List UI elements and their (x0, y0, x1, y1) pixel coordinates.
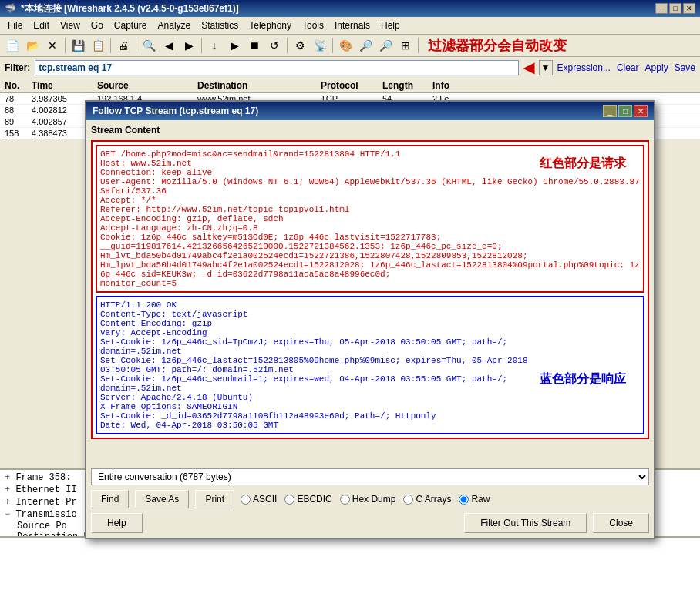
raw-radio[interactable] (459, 495, 469, 505)
filter-label: Filter: (5, 62, 30, 73)
help-button[interactable]: Help (91, 513, 143, 533)
dialog-minimize-button[interactable]: _ (603, 105, 617, 117)
col-header-info: Info (432, 80, 695, 91)
conversation-select[interactable]: Entire conversation (6787 bytes) (91, 468, 649, 485)
app-icon: 🦈 (5, 3, 16, 14)
raw-option[interactable]: Raw (459, 494, 490, 505)
dialog-close-title-button[interactable]: ✕ (634, 105, 648, 117)
col-header-source: Source (97, 80, 197, 91)
ebcdic-radio[interactable] (284, 495, 294, 505)
ebcdic-option[interactable]: EBCDIC (284, 494, 331, 505)
hex-dump-label: Hex Dump (352, 494, 396, 505)
stream-content-wrapper: GET /home.php?mod=misc&ac=sendmail&rand=… (91, 140, 649, 464)
encoding-radio-group: ASCII EBCDIC Hex Dump C Arrays (241, 494, 649, 505)
find-button[interactable]: Find (91, 490, 129, 508)
menu-tools[interactable]: Tools (298, 18, 328, 32)
stream-content-label: Stream Content (91, 125, 649, 136)
follow-tcp-dialog: Follow TCP Stream (tcp.stream eq 17) _ □… (85, 100, 655, 539)
ebcdic-label: EBCDIC (297, 494, 331, 505)
menu-analyze[interactable]: Analyze (153, 18, 196, 32)
toolbar-open[interactable]: 📂 (23, 36, 42, 55)
action-button-row: Find Save As Print ASCII EBCDIC Hex Dump (91, 490, 649, 508)
dialog-title-text: Follow TCP Stream (tcp.stream eq 17) (93, 106, 258, 116)
toolbar-annotation: 过滤器部分会自动改变 (428, 36, 567, 55)
col-header-time: Time (32, 80, 97, 91)
toolbar-capture-stop[interactable]: ⏹ (245, 36, 264, 55)
response-section: HTTP/1.1 200 OK Content-Type: text/javas… (96, 296, 644, 434)
toolbar-capture-start[interactable]: ▶ (225, 36, 244, 55)
toolbar-zoom-in[interactable]: 🔎 (356, 36, 375, 55)
toolbar: 📄 📂 ✕ 💾 📋 🖨 🔍 ◀ ▶ ↓ ▶ ⏹ ↺ ⚙ 📡 🎨 🔎 🔎 ⊞ 过滤… (0, 35, 700, 57)
filter-bar: Filter: ◀ ▼ Expression... Clear Apply Sa… (0, 57, 700, 79)
filter-expression-link[interactable]: Expression... (557, 62, 611, 73)
conversation-row: Entire conversation (6787 bytes) (91, 468, 649, 485)
menu-help[interactable]: Help (376, 18, 405, 32)
close-window-button[interactable]: ✕ (683, 3, 695, 14)
bottom-button-row: Help Filter Out This Stream Close (91, 513, 649, 533)
col-header-no: No. (5, 80, 32, 91)
filter-out-button[interactable]: Filter Out This Stream (464, 513, 587, 533)
hex-dump-radio[interactable] (340, 495, 350, 505)
toolbar-zoom-out[interactable]: 🔎 (376, 36, 395, 55)
dialog-title-bar: Follow TCP Stream (tcp.stream eq 17) _ □… (86, 102, 654, 120)
packet-list-header: No. Time Source Destination Protocol Len… (0, 79, 700, 93)
filter-save-link[interactable]: Save (675, 62, 695, 73)
filter-clear-link[interactable]: Clear (617, 62, 639, 73)
c-arrays-option[interactable]: C Arrays (403, 494, 451, 505)
toolbar-options[interactable]: ⚙ (291, 36, 309, 55)
toolbar-back[interactable]: ◀ (160, 36, 178, 55)
menu-view[interactable]: View (56, 18, 85, 32)
toolbar-print[interactable]: 🖨 (114, 36, 133, 55)
annotation-blue: 蓝色部分是响应 (540, 371, 626, 387)
save-as-button[interactable]: Save As (135, 490, 189, 508)
stream-scroll-area[interactable]: GET /home.php?mod=misc&ac=sendmail&rand=… (93, 142, 648, 438)
col-header-protocol: Protocol (321, 80, 382, 91)
filter-arrow-icon: ◀ (523, 59, 534, 76)
ascii-radio[interactable] (241, 495, 251, 505)
menu-statistics[interactable]: Statistics (197, 18, 243, 32)
toolbar-forward[interactable]: ▶ (180, 36, 198, 55)
toolbar-capture-restart[interactable]: ↺ (265, 36, 284, 55)
ascii-label: ASCII (253, 494, 277, 505)
maximize-button[interactable]: □ (669, 3, 681, 14)
c-arrays-label: C Arrays (416, 494, 451, 505)
toolbar-new[interactable]: 📄 (3, 36, 22, 55)
window-title: *本地连接 [Wireshark 2.4.5 (v2.4.5-0-g153e86… (21, 2, 239, 15)
filter-dropdown[interactable]: ▼ (539, 60, 553, 75)
toolbar-go-to[interactable]: ↓ (205, 36, 224, 55)
filter-input[interactable] (35, 60, 518, 75)
c-arrays-radio[interactable] (403, 495, 413, 505)
toolbar-find[interactable]: 🔍 (140, 36, 158, 55)
menu-telephony[interactable]: Telephony (244, 18, 296, 32)
ascii-option[interactable]: ASCII (241, 494, 277, 505)
toolbar-close[interactable]: ✕ (43, 36, 62, 55)
minimize-button[interactable]: _ (655, 3, 668, 14)
hex-dump-option[interactable]: Hex Dump (340, 494, 396, 505)
filter-apply-link[interactable]: Apply (645, 62, 668, 73)
toolbar-interfaces[interactable]: 📡 (311, 36, 329, 55)
stream-outer: GET /home.php?mod=misc&ac=sendmail&rand=… (91, 140, 649, 439)
col-header-destination: Destination (197, 80, 321, 91)
toolbar-colorize[interactable]: 🎨 (336, 36, 355, 55)
dialog-maximize-button[interactable]: □ (618, 105, 632, 117)
menu-edit[interactable]: Edit (29, 18, 54, 32)
menu-internals[interactable]: Internals (330, 18, 375, 32)
raw-label: Raw (471, 494, 490, 505)
col-header-length: Length (382, 80, 432, 91)
toolbar-save[interactable]: 💾 (69, 36, 87, 55)
menu-capture[interactable]: Capture (109, 18, 152, 32)
close-button[interactable]: Close (593, 513, 649, 533)
menu-bar: File Edit View Go Capture Analyze Statis… (0, 17, 700, 35)
hex-dump-area (0, 538, 700, 607)
menu-file[interactable]: File (3, 18, 27, 32)
annotation-red: 红色部分是请求 (540, 156, 626, 172)
print-button[interactable]: Print (195, 490, 234, 508)
toolbar-zoom-normal[interactable]: ⊞ (396, 36, 415, 55)
title-bar: 🦈 *本地连接 [Wireshark 2.4.5 (v2.4.5-0-g153e… (0, 0, 700, 17)
menu-go[interactable]: Go (86, 18, 108, 32)
toolbar-save-as[interactable]: 📋 (89, 36, 107, 55)
